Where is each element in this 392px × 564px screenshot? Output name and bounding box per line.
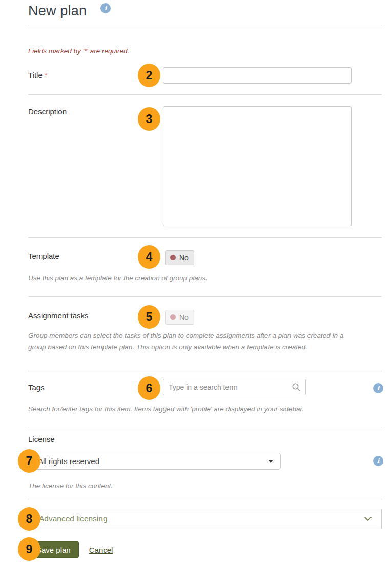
callout-badge-6: 6 [138,376,160,400]
new-plan-form-page: New plan i Fields marked by '*' are requ… [0,0,392,564]
page-title: New plan [28,3,87,19]
template-label: Template [28,252,59,260]
page-info-icon[interactable]: i [100,3,111,13]
header-divider [28,25,382,25]
search-icon[interactable] [292,382,301,392]
divider [28,499,382,499]
divider [28,237,382,238]
license-info-icon[interactable]: i [373,456,383,466]
tags-search-field [163,379,306,395]
advanced-licensing-label: Advanced licensing [39,514,364,523]
callout-badge-7: 7 [18,449,40,473]
callout-badge-5: 5 [138,305,160,329]
assignment-tasks-help-text: Group members can select the tasks of th… [28,330,348,353]
template-toggle-state: No [179,254,189,262]
assignment-tasks-label: Assignment tasks [28,311,89,320]
callout-badge-4: 4 [138,245,160,269]
callout-badge-9: 9 [18,537,40,561]
title-input[interactable] [163,67,352,84]
license-label: License [28,435,55,444]
tags-label: Tags [28,383,45,392]
advanced-licensing-expander[interactable]: Advanced licensing [28,509,382,529]
license-select[interactable]: All rights reserved [28,453,281,470]
required-asterisk: * [45,71,48,79]
divider [28,296,382,297]
description-label: Description [28,107,67,116]
chevron-down-icon [364,516,372,521]
callout-badge-2: 2 [138,64,160,87]
template-help-text: Use this plan as a template for the crea… [28,273,356,284]
description-textarea[interactable] [163,106,352,226]
toggle-off-dot-icon [170,314,176,320]
divider [28,94,382,95]
title-label: Title* [28,71,48,79]
form-actions: Save plan Cancel [28,541,113,558]
assignment-tasks-toggle[interactable]: No [165,310,194,325]
template-toggle[interactable]: No [165,250,194,265]
assignment-tasks-toggle-state: No [179,313,189,321]
divider [28,371,382,371]
divider [28,427,382,427]
required-fields-note: Fields marked by '*' are required. [28,47,129,55]
callout-badge-3: 3 [138,107,160,131]
caret-down-icon [268,460,273,463]
callout-badge-8: 8 [18,507,40,531]
tags-search-input[interactable] [163,379,306,395]
tags-help-text: Search for/enter tags for this item. Ite… [28,404,356,415]
toggle-off-dot-icon [170,255,176,260]
tags-info-icon[interactable]: i [373,383,383,393]
license-selected-value: All rights reserved [38,457,268,466]
cancel-link[interactable]: Cancel [89,546,113,554]
license-help-text: The license for this content. [28,480,356,492]
